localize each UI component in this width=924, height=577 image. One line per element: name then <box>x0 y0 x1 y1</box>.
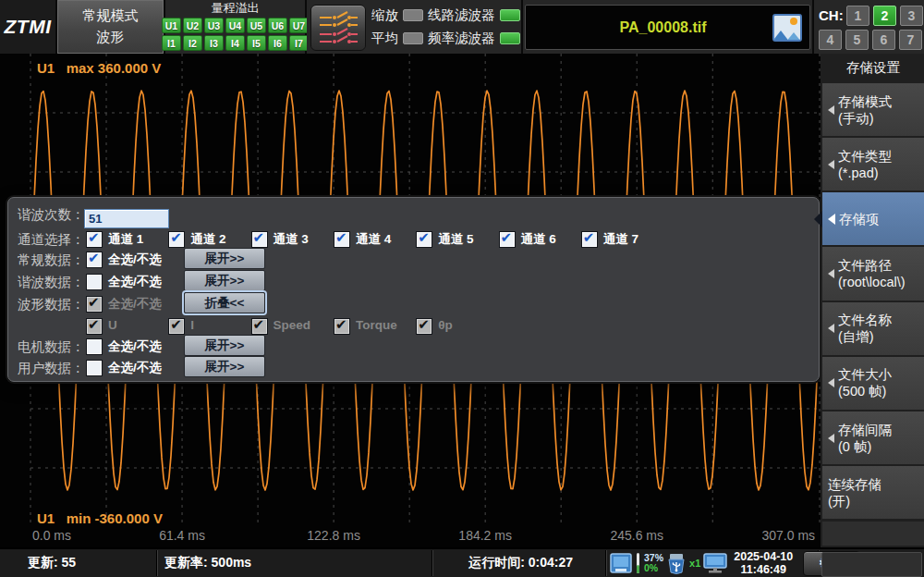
sidebar-item-4[interactable]: 文件路径(root\local\) <box>822 247 924 300</box>
user-data-expand-button[interactable]: 展开>> <box>184 356 265 377</box>
sidebar-item-value: (自增) <box>838 328 892 345</box>
filter-panel: 缩放 线路滤波器 平均 频率滤波器 <box>307 0 521 54</box>
sidebar-item-text: 文件路径(root\local\) <box>838 257 906 290</box>
ch-button-2[interactable]: 2 <box>873 6 896 26</box>
channel-checkbox[interactable] <box>581 231 598 248</box>
range-overflow-title: 量程溢出 <box>212 1 260 16</box>
wave-data-collapse-button[interactable]: 折叠<< <box>184 292 265 313</box>
time-tick-label: 184.2 ms <box>458 528 512 543</box>
load-percent: 0% <box>644 563 663 573</box>
network-monitor-icon <box>703 552 727 574</box>
time-tick-label: 0.0 ms <box>32 528 71 543</box>
overflow-badge-i6: I6 <box>268 35 287 51</box>
wiring-config-button[interactable] <box>310 5 366 51</box>
average-indicator[interactable] <box>403 32 423 44</box>
sidebar-item-value: (手动) <box>838 110 892 127</box>
ch-button-5[interactable]: 5 <box>845 30 869 50</box>
ch-button-1[interactable]: 1 <box>846 6 869 26</box>
harmonic-order-input[interactable] <box>84 209 169 228</box>
channel-checkbox[interactable] <box>334 231 350 248</box>
line-filter-indicator[interactable] <box>500 9 520 21</box>
sidebar-item-text: 文件类型(*.pad) <box>838 148 892 181</box>
overflow-badge-u7: U7 <box>289 18 309 33</box>
ch-button-3[interactable]: 3 <box>900 6 923 26</box>
channel-checkbox[interactable] <box>86 231 103 248</box>
wave-item-checkbox[interactable] <box>86 318 103 335</box>
channel-select-label: CH: <box>819 7 844 23</box>
regular-data-expand-button[interactable]: 展开>> <box>184 248 265 269</box>
update-rate-label: 更新率: <box>164 555 208 570</box>
sidebar-item-5[interactable]: 文件名称(自增) <box>822 302 924 355</box>
time-axis: 0.0 ms61.4 ms122.8 ms184.2 ms245.6 ms307… <box>0 526 821 547</box>
regular-data-check-label: 全选/不选 <box>108 252 162 268</box>
update-count: 更新: 55 <box>28 555 76 571</box>
time-tick-label: 307.0 ms <box>761 528 815 543</box>
sidebar-title: 存储设置 <box>822 54 924 81</box>
sidebar-item-value: (0 帧) <box>838 438 892 455</box>
runtime: 运行时间: 0:04:27 <box>434 555 573 571</box>
zoom-indicator[interactable] <box>403 9 423 21</box>
harmonic-data-expand-button[interactable]: 展开>> <box>184 270 265 291</box>
sidebar-item-2[interactable]: 文件类型(*.pad) <box>822 138 924 190</box>
update-rate-value: 500ms <box>212 555 252 570</box>
ch-button-6[interactable]: 6 <box>872 30 895 50</box>
sidebar-item-text: 文件大小(500 帧) <box>838 366 892 399</box>
sidebar-item-label: 存储模式 <box>838 93 892 110</box>
filename-display[interactable]: PA_00008.tif <box>525 5 810 50</box>
motor-data-check-label: 全选/不选 <box>108 338 162 355</box>
overflow-badge-u1: U1 <box>162 18 181 33</box>
channel-checkbox-label: 通道 3 <box>274 231 309 248</box>
runtime-value: 0:04:27 <box>529 555 573 570</box>
overflow-badge-u5: U5 <box>247 18 266 33</box>
app-logo: ZTMI <box>0 0 55 54</box>
chevron-left-icon <box>828 269 834 278</box>
channel-select-row-label: 通道选择： <box>18 231 85 249</box>
wave-item-checkbox[interactable] <box>168 318 185 335</box>
sidebar-item-label: 存储项 <box>839 211 880 227</box>
channel-checkbox[interactable] <box>416 231 432 248</box>
image-file-icon <box>772 14 802 42</box>
motor-data-checkbox[interactable] <box>86 338 103 355</box>
sidebar-item-text: 存储模式(手动) <box>838 93 892 127</box>
usage-percents: 37% 0% <box>644 553 663 573</box>
sidebar-item-label: 连续存储 <box>828 476 881 493</box>
sidebar-item-6[interactable]: 文件大小(500 帧) <box>822 357 924 410</box>
harmonic-data-checkbox[interactable] <box>86 274 103 290</box>
toggle-grid: 缩放 线路滤波器 平均 频率滤波器 <box>371 4 519 50</box>
harmonic-order-label: 谐波次数： <box>18 206 85 224</box>
wave-item-label: Torque <box>356 318 397 332</box>
wave-data-checkbox[interactable] <box>86 296 103 313</box>
mode-button[interactable]: 常规模式 波形 <box>57 0 164 54</box>
ch-button-4[interactable]: 4 <box>819 30 842 50</box>
ch-button-7[interactable]: 7 <box>899 30 922 50</box>
sidebar-item-8[interactable]: 连续存储(开) <box>822 466 924 519</box>
sidebar-item-7[interactable]: 存储间隔(0 帧) <box>822 411 924 464</box>
wave-item-row: UISpeedTorqueθp <box>8 316 819 338</box>
user-data-row: 用户数据： 全选/不选 展开>> <box>8 358 819 380</box>
wave-item-checkbox[interactable] <box>416 318 432 335</box>
datetime: 2025-04-10 11:46:49 <box>734 550 793 576</box>
freq-filter-indicator[interactable] <box>500 32 520 44</box>
sidebar-item-label: 存储间隔 <box>838 422 892 438</box>
sidebar-item-1[interactable]: 存储模式(手动) <box>822 83 924 136</box>
zoom-toggle-label: 缩放 <box>371 6 398 24</box>
sidebar-item-empty[interactable] <box>822 522 924 546</box>
i-badge-row: I1I2I3I4I5I6I7 <box>162 35 309 51</box>
overflow-badge-u4: U4 <box>225 18 245 33</box>
wave-item-checkbox[interactable] <box>334 318 350 335</box>
channel-checkbox[interactable] <box>251 231 268 248</box>
mode-line1: 常规模式 <box>83 7 139 25</box>
channel-checkbox[interactable] <box>499 231 516 248</box>
sidebar-item-text: 存储项 <box>839 211 880 227</box>
motor-data-expand-button[interactable]: 展开>> <box>184 335 265 356</box>
chevron-left-icon <box>828 160 834 169</box>
channel-checkbox[interactable] <box>168 231 185 248</box>
sidebar-item-3[interactable]: 存储项 <box>822 192 924 245</box>
chevron-left-icon <box>828 105 834 115</box>
wave-item-checkbox[interactable] <box>251 318 268 335</box>
status-divider <box>157 550 158 576</box>
user-data-checkbox[interactable] <box>86 360 103 376</box>
motor-data-row: 电机数据： 全选/不选 展开>> <box>8 337 819 359</box>
channel-checkbox-label: 通道 7 <box>603 231 638 248</box>
regular-data-checkbox[interactable] <box>86 252 103 268</box>
